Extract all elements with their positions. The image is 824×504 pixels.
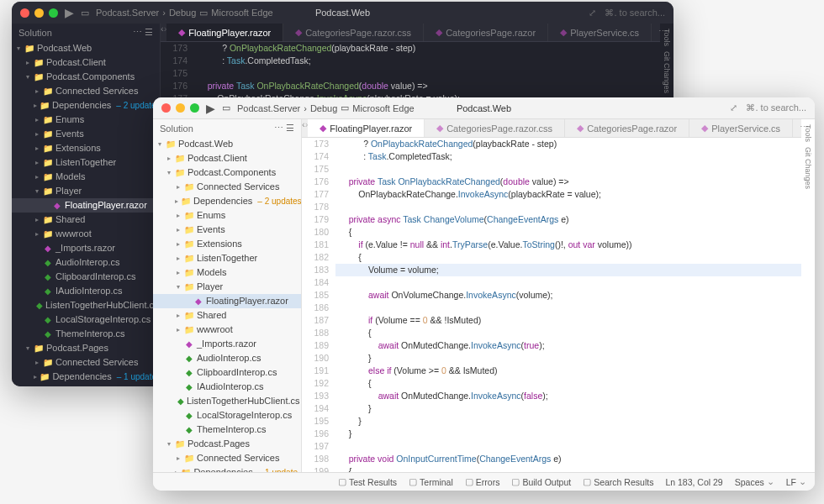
- status-item[interactable]: ▢Search Results: [583, 476, 653, 487]
- tree-item[interactable]: ◆ IAudioInterop.cs: [12, 284, 160, 298]
- tree-item[interactable]: ▾ 📁 Podcast.Pages: [12, 341, 160, 355]
- tree-item[interactable]: ▸ 📁 wwwroot: [153, 323, 301, 337]
- tree-item[interactable]: ◆ FloatingPlayer.razor: [12, 198, 160, 213]
- solution-explorer: Solution⋯ ☰ ▾ 📁 Podcast.Web ▸ 📁 Podcast.…: [12, 24, 161, 386]
- tree-item[interactable]: ◆ ListenTogetherHubClient.cs: [153, 394, 301, 408]
- indent-selector[interactable]: Spaces ⌄: [735, 476, 774, 487]
- tree-item[interactable]: ▸ 📁 Events: [12, 127, 160, 141]
- editor-tab[interactable]: ◆CategoriesPage.razor.css: [283, 24, 424, 41]
- tree-item[interactable]: ▸ 📁 Enums: [153, 208, 301, 223]
- tree-item[interactable]: ◆ _Imports.razor: [12, 241, 160, 255]
- tree-item[interactable]: ▸ 📁 Models: [12, 170, 160, 184]
- target-icon[interactable]: ▭: [222, 102, 230, 113]
- tree-item[interactable]: ◆ ListenTogetherHubClient.cs: [12, 298, 160, 312]
- editor-tab[interactable]: ◆PlayerService.cs: [689, 119, 793, 137]
- tree-item[interactable]: ◆ ClipboardInterop.cs: [12, 270, 160, 284]
- tree-item[interactable]: ▸ 📁 wwwroot: [12, 227, 160, 241]
- eol-selector[interactable]: LF ⌄: [786, 476, 806, 487]
- editor-tab[interactable]: ◆FloatingPlayer.razor: [308, 119, 425, 137]
- tree-item[interactable]: ▾ 📁 Podcast.Web: [12, 41, 160, 55]
- traffic-lights[interactable]: [20, 8, 58, 18]
- tree-item[interactable]: ▸ 📁 ListenTogether: [153, 251, 301, 265]
- tree-item[interactable]: ▸ 📁 Extensions: [12, 141, 160, 155]
- chevron-icon: ▸: [34, 127, 40, 141]
- tree-item[interactable]: ▸ 📁 Podcast.Client: [153, 151, 301, 165]
- target-icon[interactable]: ▭: [81, 8, 89, 18]
- tree-item[interactable]: ▸ 📁 Connected Services: [153, 180, 301, 194]
- tree-item[interactable]: ▾ 📁 Podcast.Components: [12, 70, 160, 84]
- tree-item[interactable]: ◆ AudioInterop.cs: [153, 351, 301, 365]
- update-badge: – 1 update: [258, 465, 298, 472]
- status-item[interactable]: ▢Test Results: [338, 476, 397, 487]
- editor-tab[interactable]: ◆CategoriesPage.razor.css: [425, 119, 565, 137]
- search-field[interactable]: ⌘. to search...: [746, 102, 806, 113]
- expand-icon[interactable]: ⤢: [730, 102, 737, 113]
- nav-fwd-icon[interactable]: ›: [305, 119, 309, 137]
- sidebar-options-icon[interactable]: ⋯ ☰: [133, 27, 153, 38]
- breadcrumb[interactable]: Podcast.Server›Debug ▭Microsoft Edge: [237, 102, 415, 113]
- tree-item[interactable]: ▸ 📁 Connected Services: [153, 451, 301, 465]
- tree-item[interactable]: ▾ 📁 Podcast.Components: [153, 165, 301, 180]
- editor-tab[interactable]: ◆PlayerService.cs: [548, 24, 652, 41]
- tree-item[interactable]: ◆ ThemeInterop.cs: [12, 327, 160, 341]
- tree-item[interactable]: ▾ 📁 Player: [153, 280, 301, 294]
- solution-tree[interactable]: ▾ 📁 Podcast.Web ▸ 📁 Podcast.Client ▾ 📁 P…: [153, 137, 301, 472]
- tree-item[interactable]: ◆ IAudioInterop.cs: [153, 380, 301, 394]
- tree-item[interactable]: ▸ 📁 Models: [153, 265, 301, 280]
- tree-item[interactable]: ◆ AudioInterop.cs: [12, 255, 160, 270]
- tree-item[interactable]: ▸ 📁 Dependencies – 2 updates: [12, 98, 160, 113]
- tree-item[interactable]: ▸ 📁 Enums: [12, 113, 160, 127]
- tree-item[interactable]: ▸ 📁 Extensions: [153, 237, 301, 251]
- file-icon: ◆: [320, 123, 326, 134]
- run-button[interactable]: ▶: [206, 102, 215, 115]
- tree-item[interactable]: ▾ 📁 Data: [12, 384, 160, 386]
- tree-item-label: Events: [197, 223, 225, 237]
- chevron-icon: ▸: [175, 451, 182, 465]
- run-button[interactable]: ▶: [65, 6, 74, 19]
- tree-item[interactable]: ◆ LocalStorageInterop.cs: [153, 408, 301, 423]
- tree-item[interactable]: ◆ ClipboardInterop.cs: [153, 365, 301, 380]
- tree-item[interactable]: ▸ 📁 Shared: [12, 213, 160, 227]
- tree-item[interactable]: ▾ 📁 Podcast.Web: [153, 137, 301, 151]
- status-bar: ▢Test Results▢Terminal▢Errors▢Build Outp…: [153, 472, 815, 491]
- solution-tree[interactable]: ▾ 📁 Podcast.Web ▸ 📁 Podcast.Client ▾ 📁 P…: [12, 41, 160, 386]
- tree-item-label: Podcast.Pages: [188, 437, 250, 451]
- traffic-lights[interactable]: [161, 103, 199, 113]
- tree-item[interactable]: ▸ 📁 Dependencies – 1 update: [153, 465, 301, 472]
- search-field[interactable]: ⌘. to search...: [605, 8, 665, 18]
- expand-icon[interactable]: ⤢: [589, 8, 596, 18]
- editor-tabs[interactable]: ‹›◆FloatingPlayer.razor◆CategoriesPage.r…: [161, 24, 660, 42]
- folder-icon: 📁: [43, 227, 53, 241]
- chevron-icon: ▸: [34, 113, 40, 127]
- status-item[interactable]: ▢Build Output: [511, 476, 571, 487]
- tree-item[interactable]: ◆ ThemeInterop.cs: [153, 423, 301, 437]
- tree-item[interactable]: ▾ 📁 Player: [12, 184, 160, 198]
- tree-item[interactable]: ▸ 📁 Dependencies – 2 updates: [153, 194, 301, 208]
- code-area[interactable]: ? OnPlaybackRateChanged(playbackRate - s…: [335, 138, 801, 472]
- tree-item[interactable]: ▸ 📁 Shared: [153, 308, 301, 323]
- status-item[interactable]: ▢Terminal: [409, 476, 453, 487]
- nav-fwd-icon[interactable]: ›: [164, 24, 167, 41]
- tree-item[interactable]: ◆ _Imports.razor: [153, 337, 301, 351]
- cursor-position[interactable]: Ln 183, Col 29: [665, 477, 722, 487]
- editor-tab[interactable]: ◆CategoriesPage.razor: [424, 24, 548, 41]
- file-icon: ◆: [184, 365, 194, 380]
- tree-item[interactable]: ▸ 📁 Dependencies – 1 update: [12, 370, 160, 384]
- tree-item[interactable]: ◆ LocalStorageInterop.cs: [12, 312, 160, 327]
- tree-item[interactable]: ▸ 📁 Connected Services: [12, 84, 160, 98]
- status-item[interactable]: ▢Errors: [465, 476, 500, 487]
- tree-item[interactable]: ▸ 📁 Events: [153, 223, 301, 237]
- editor-tab[interactable]: ◆FloatingPlayer.razor: [166, 24, 283, 41]
- breadcrumb[interactable]: Podcast.Server›Debug ▭Microsoft Edge: [96, 8, 273, 18]
- tree-item[interactable]: ▸ 📁 Podcast.Client: [12, 55, 160, 70]
- tree-item[interactable]: ▾ 📁 Podcast.Pages: [153, 437, 301, 451]
- tree-item[interactable]: ▸ 📁 ListenTogether: [12, 155, 160, 170]
- tree-item-label: Connected Services: [55, 355, 138, 370]
- right-sidebar[interactable]: ToolsGit Changes: [801, 119, 815, 472]
- titlebar: ▶ ▭ Podcast.Server›Debug ▭Microsoft Edge…: [153, 97, 815, 119]
- sidebar-options-icon[interactable]: ⋯ ☰: [274, 123, 294, 134]
- editor-tab[interactable]: ◆CategoriesPage.razor: [565, 119, 689, 137]
- tree-item[interactable]: ▸ 📁 Connected Services: [12, 355, 160, 370]
- editor-tabs[interactable]: ‹›◆FloatingPlayer.razor◆CategoriesPage.r…: [302, 119, 801, 138]
- tree-item[interactable]: ◆ FloatingPlayer.razor: [153, 294, 301, 308]
